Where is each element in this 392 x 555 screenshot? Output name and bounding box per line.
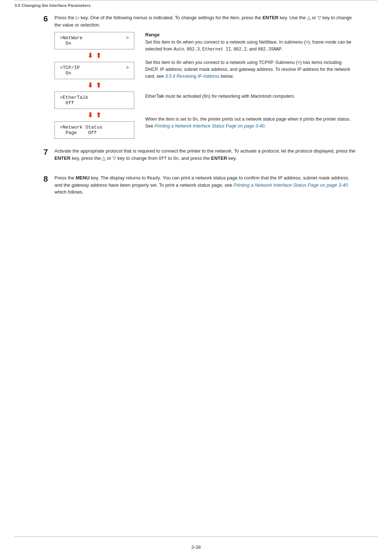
menu-box-netware-arrow: > <box>126 35 129 41</box>
menu-box-netware-row: >NetWare > <box>60 35 129 41</box>
arrow-row-2: ⬇ ⬆ <box>54 79 134 92</box>
range-mono-on3: On <box>204 94 209 99</box>
menu-box-netware-label: >NetWare <box>60 35 82 41</box>
step-6-text: Press the ▷ key. One of the following me… <box>54 14 356 28</box>
menu-box-tcpip-label: >TCP/IP <box>60 65 80 70</box>
step-8-content: Press the MENU key. The display returns … <box>54 174 356 199</box>
bottom-rule <box>15 536 377 537</box>
arrow-up-2: ⬆ <box>96 81 101 89</box>
range-mono-auto: Auto <box>174 47 184 52</box>
step-8-block: 8 Press the MENU key. The display return… <box>36 174 356 199</box>
range-text-ethertalk: EtherTalk must be activated (On) for net… <box>145 93 356 100</box>
range-entry-networkstatus: When the item is set to On, the printer … <box>145 116 356 130</box>
range-entry-netware: Set this item to On when you connect to … <box>145 39 356 53</box>
range-mono-ethii: Ethernet II <box>202 47 231 52</box>
top-rule <box>15 0 377 3</box>
menu-box-networkstatus: >Network Status Page Off <box>54 121 134 139</box>
range-mono-8022: 802.2 <box>233 47 246 52</box>
link-printing-network-2[interactable]: Printing a Network Interface Status Page… <box>233 182 348 188</box>
step-6-content: Press the ▷ key. One of the following me… <box>54 14 356 139</box>
range-text-networkstatus: When the item is set to On, the printer … <box>145 116 356 130</box>
menu-box-ethertalk-value: Off <box>60 100 129 106</box>
step-6-block: 6 Press the ▷ key. One of the following … <box>36 14 356 139</box>
arrow-row-3: ⬇ ⬆ <box>54 109 134 121</box>
arrow-up-1: ⬆ <box>96 52 101 60</box>
menu-boxes-col: >NetWare > On ⬇ ⬆ >TCP/IP <box>54 32 134 139</box>
content-area: 6 Press the ▷ key. One of the following … <box>15 14 377 199</box>
menu-box-netware-value: On <box>60 41 129 46</box>
arrow-row-1: ⬇ ⬆ <box>54 49 134 62</box>
menu-box-networkstatus-value: Page Off <box>60 130 129 135</box>
section-header: 3.5 Changing the Interface Parameters <box>15 3 377 14</box>
range-text-tcpip: Set this item to On when you connect to … <box>145 59 356 80</box>
range-mono-on4: On <box>193 117 198 122</box>
range-entry-tcpip: Set this item to On when you connect to … <box>145 59 356 80</box>
step-8-number: 8 <box>36 174 48 184</box>
range-mono-on2: On <box>176 60 181 65</box>
menu-box-networkstatus-label: >Network Status <box>60 125 129 130</box>
link-printing-network[interactable]: Printing a Network Interface Status Page… <box>155 123 265 129</box>
step-7-number: 7 <box>36 147 48 157</box>
menu-box-tcpip-row: >TCP/IP > <box>60 65 129 70</box>
range-mono-on1: On <box>176 40 181 45</box>
range-title: Range <box>145 32 356 37</box>
menu-box-tcpip: >TCP/IP > On <box>54 62 134 79</box>
step-7-block: 7 Activate the appropriate protocol that… <box>36 147 356 166</box>
step-8-text: Press the MENU key. The display returns … <box>54 174 356 196</box>
menu-box-ethertalk: >EtherTalk Off <box>54 92 134 109</box>
menu-box-netware: >NetWare > On <box>54 32 134 49</box>
arrow-up-3: ⬆ <box>96 111 101 119</box>
menu-range-area: >NetWare > On ⬇ ⬆ >TCP/IP <box>54 32 356 139</box>
page: 3.5 Changing the Interface Parameters 6 … <box>0 0 392 555</box>
step7-on: On <box>173 156 179 161</box>
range-spacer-1 <box>145 53 356 59</box>
menu-box-tcpip-arrow: > <box>126 65 129 70</box>
menu-box-tcpip-value: On <box>60 70 129 76</box>
range-spacer-3 <box>145 100 356 116</box>
menu-box-ethertalk-label: >EtherTalk <box>60 95 129 100</box>
step-7-text: Activate the appropriate protocol that i… <box>54 147 356 162</box>
link-resolving-ip[interactable]: 3.5.4 Resolving IP Address <box>165 74 220 79</box>
step-6-number: 6 <box>36 14 48 24</box>
arrow-down-1: ⬇ <box>87 52 93 60</box>
step-7-content: Activate the appropriate protocol that i… <box>54 147 356 166</box>
page-number: 3-38 <box>191 544 201 550</box>
range-descriptions-col: Range Set this item to On when you conne… <box>145 32 356 129</box>
range-mono-snap: 802.3SNAP <box>258 47 282 52</box>
range-text-netware: Set this item to On when you connect to … <box>145 39 356 53</box>
step8-ready: Ready <box>147 176 160 181</box>
range-entry-ethertalk: EtherTalk must be activated (On) for net… <box>145 93 356 100</box>
arrow-down-3: ⬇ <box>87 111 93 119</box>
range-spacer-2 <box>145 80 356 93</box>
arrow-down-2: ⬇ <box>87 81 93 89</box>
step7-off: Off <box>159 156 167 161</box>
range-mono-8023: 802.3 <box>187 47 200 52</box>
